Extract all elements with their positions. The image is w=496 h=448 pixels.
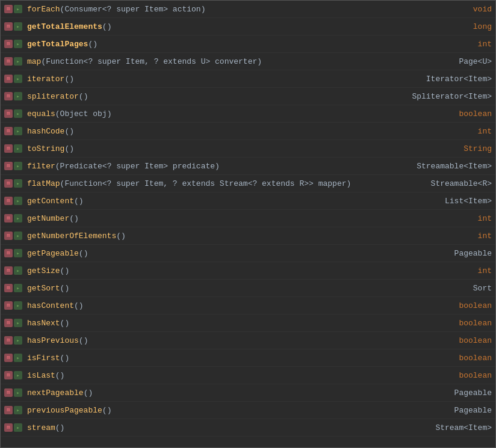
- method-return-type: void: [395, 5, 492, 14]
- method-row[interactable]: m▸spliterator()Spliterator<Item>: [1, 88, 495, 105]
- method-row[interactable]: m▸forEach(Consumer<? super Item> action)…: [1, 1, 495, 18]
- method-icon-m: m: [4, 22, 13, 31]
- method-icon-group: m▸: [4, 319, 27, 327]
- method-signature: toString(): [27, 144, 395, 153]
- method-return-type: Stream<Item>: [395, 423, 492, 432]
- method-row[interactable]: m▸isFirst()boolean: [1, 349, 495, 367]
- method-icon-group: m▸: [4, 388, 27, 397]
- method-icon-group: m▸: [4, 162, 27, 170]
- method-return-type: Pageable: [395, 406, 492, 415]
- method-icon-m: m: [4, 354, 13, 362]
- method-params-text: (): [74, 197, 84, 206]
- method-params-text: (): [60, 319, 70, 328]
- method-name-text: toString: [27, 144, 64, 153]
- method-icon-m: m: [4, 162, 13, 170]
- method-return-type: Page<U>: [395, 57, 492, 66]
- method-params-text: (): [88, 40, 98, 49]
- method-row[interactable]: m▸filter(Predicate<? super Item> predica…: [1, 158, 495, 175]
- method-params-text: (): [79, 92, 88, 101]
- method-icon-arrow: ▸: [14, 162, 22, 170]
- method-row[interactable]: m▸getTotalElements()long: [1, 18, 495, 35]
- method-icon-group: m▸: [4, 371, 27, 379]
- method-signature: forEach(Consumer<? super Item> action): [27, 5, 395, 14]
- method-row[interactable]: m▸hasPrevious()boolean: [1, 332, 495, 349]
- method-row[interactable]: m▸stream()Stream<Item>: [1, 419, 495, 437]
- method-name-text: getNumber: [27, 214, 69, 223]
- method-row[interactable]: m▸getSort()Sort: [1, 280, 495, 297]
- method-name-text: iterator: [27, 75, 64, 84]
- method-row[interactable]: m▸iterator()Iterator<Item>: [1, 70, 495, 88]
- method-row[interactable]: m▸getContent()List<Item>: [1, 192, 495, 210]
- method-params-text: (): [60, 266, 70, 275]
- method-signature: getTotalElements(): [27, 22, 395, 31]
- method-name-text: getNumberOfElements: [27, 232, 116, 241]
- method-icon-arrow: ▸: [14, 249, 22, 257]
- method-params-text: (): [74, 301, 84, 310]
- method-return-type: String: [395, 144, 492, 153]
- method-params-text: (): [79, 249, 88, 258]
- method-icon-group: m▸: [4, 423, 27, 432]
- method-row[interactable]: m▸hashCode()int: [1, 123, 495, 140]
- method-return-type: Sort: [395, 284, 492, 293]
- method-row[interactable]: m▸getNumberOfElements()int: [1, 227, 495, 245]
- method-icon-arrow: ▸: [14, 127, 22, 135]
- method-row[interactable]: m▸toString()String: [1, 140, 495, 158]
- method-icon-group: m▸: [4, 214, 27, 222]
- method-signature: iterator(): [27, 75, 395, 84]
- method-icon-group: m▸: [4, 179, 27, 188]
- method-row[interactable]: m▸getNumber()int: [1, 210, 495, 227]
- method-icon-arrow: ▸: [14, 336, 22, 345]
- method-icon-group: m▸: [4, 57, 27, 66]
- method-return-type: boolean: [395, 319, 492, 328]
- method-signature: hashCode(): [27, 127, 395, 136]
- method-row[interactable]: m▸isLast()boolean: [1, 367, 495, 384]
- method-icon-group: m▸: [4, 336, 27, 345]
- method-return-type: Streamable<Item>: [395, 162, 492, 171]
- method-row[interactable]: m▸hasNext()boolean: [1, 315, 495, 332]
- method-icon-arrow: ▸: [14, 371, 22, 379]
- method-params-text: (): [55, 371, 65, 380]
- method-params-text: (): [55, 423, 65, 432]
- method-name-text: hasNext: [27, 319, 60, 328]
- method-params-text: (): [60, 284, 70, 293]
- method-params-text: (Predicate<? super Item> predicate): [55, 162, 220, 171]
- method-icon-m: m: [4, 388, 13, 397]
- method-row[interactable]: m▸getSize()int: [1, 262, 495, 280]
- method-name-text: forEach: [27, 5, 60, 14]
- method-return-type: int: [395, 127, 492, 136]
- method-icon-m: m: [4, 5, 13, 13]
- method-row[interactable]: m▸getTotalPages()int: [1, 35, 495, 53]
- method-row[interactable]: m▸flatMap(Function<? super Item, ? exten…: [1, 175, 495, 192]
- method-icon-arrow: ▸: [14, 57, 22, 66]
- method-icon-m: m: [4, 57, 13, 66]
- method-row[interactable]: m▸map(Function<? super Item, ? extends U…: [1, 53, 495, 70]
- method-row[interactable]: m▸equals(Object obj)boolean: [1, 105, 495, 123]
- method-name-text: previousPageable: [27, 406, 102, 415]
- method-row[interactable]: m▸nextPageable()Pageable: [1, 384, 495, 402]
- method-row[interactable]: m▸getPageable()Pageable: [1, 245, 495, 262]
- method-icon-m: m: [4, 249, 13, 257]
- method-return-type: boolean: [395, 301, 492, 310]
- method-icon-arrow: ▸: [14, 92, 22, 100]
- method-params-text: (): [116, 232, 126, 241]
- method-icon-group: m▸: [4, 249, 27, 257]
- method-signature: hasNext(): [27, 319, 395, 328]
- method-return-type: boolean: [395, 336, 492, 345]
- method-icon-m: m: [4, 40, 13, 48]
- method-params-text: (): [102, 22, 112, 31]
- method-signature: getNumberOfElements(): [27, 232, 395, 241]
- method-name-text: getPageable: [27, 249, 79, 258]
- method-icon-m: m: [4, 336, 13, 345]
- method-return-type: Pageable: [395, 249, 492, 258]
- method-name-text: isLast: [27, 371, 55, 380]
- method-row[interactable]: m▸hasContent()boolean: [1, 297, 495, 315]
- method-signature: previousPageable(): [27, 406, 395, 415]
- method-signature: getNumber(): [27, 214, 395, 223]
- method-return-type: Iterator<Item>: [395, 75, 492, 84]
- method-icon-group: m▸: [4, 144, 27, 153]
- method-return-type: int: [395, 40, 492, 49]
- method-icon-arrow: ▸: [14, 144, 22, 153]
- method-row[interactable]: m▸previousPageable()Pageable: [1, 402, 495, 419]
- method-icon-m: m: [4, 92, 13, 100]
- method-icon-group: m▸: [4, 92, 27, 100]
